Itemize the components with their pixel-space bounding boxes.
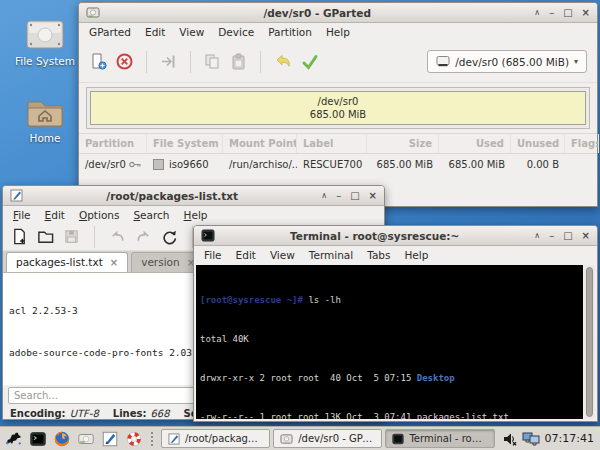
menu-edit[interactable]: Edit: [38, 207, 72, 223]
maximize-button[interactable]: □: [563, 8, 572, 18]
shade-button[interactable]: ∧: [534, 8, 540, 18]
scrollbar-thumb[interactable]: [586, 267, 593, 417]
col-flags[interactable]: Flags: [565, 134, 599, 153]
delete-partition-button[interactable]: [115, 52, 134, 71]
menu-view[interactable]: View: [172, 24, 211, 40]
toolbar-separator: [260, 51, 261, 73]
desktop: File System Home /dev/sr0 - GParted ∧ – …: [0, 0, 600, 450]
taskbar-button-terminal[interactable]: Terminal - root@s...: [385, 429, 494, 448]
taskbar-button-editor[interactable]: /root/packages-lis...: [161, 429, 270, 448]
clock[interactable]: 07:17:41: [545, 432, 594, 445]
reload-button[interactable]: [161, 228, 178, 245]
menu-options[interactable]: Options: [72, 207, 127, 223]
close-button[interactable]: ×: [582, 8, 590, 18]
terminal-screen[interactable]: [root@sysrescue ~]# ls -lh total 40K drw…: [196, 265, 583, 419]
menu-view[interactable]: View: [263, 247, 302, 263]
desktop-icon-home[interactable]: Home: [7, 94, 83, 144]
paste-button[interactable]: [229, 52, 248, 71]
terminal-scrollbar[interactable]: [584, 265, 595, 419]
menu-edit[interactable]: Edit: [138, 24, 172, 40]
gparted-launcher[interactable]: [75, 428, 96, 449]
minimize-button[interactable]: –: [549, 8, 554, 18]
help-launcher[interactable]: [123, 428, 144, 449]
redo-button[interactable]: [135, 228, 152, 245]
menu-tabs[interactable]: Tabs: [360, 247, 397, 263]
menu-gparted[interactable]: GParted: [82, 24, 138, 40]
cell-partition: /dev/sr0: [79, 154, 147, 175]
menu-partition[interactable]: Partition: [261, 24, 319, 40]
gparted-titlebar[interactable]: /dev/sr0 - GParted ∧ – □ ×: [79, 3, 597, 23]
device-drive-icon: [436, 55, 450, 68]
maximize-button[interactable]: □: [563, 231, 572, 241]
col-file-system[interactable]: File System: [147, 134, 223, 153]
terminal-app-icon: [201, 229, 215, 242]
terminal-icon: [29, 430, 47, 448]
col-size[interactable]: Size: [367, 134, 439, 153]
undo-button[interactable]: [109, 228, 126, 245]
partition-visual[interactable]: /dev/sr0 685.00 MiB: [90, 91, 586, 125]
terminal-launcher[interactable]: [27, 428, 48, 449]
volume-muted-icon[interactable]: [502, 431, 518, 447]
window-title: Terminal - root@sysrescue:~: [220, 230, 529, 242]
lifesaver-icon: [125, 430, 143, 448]
maximize-button[interactable]: □: [350, 191, 359, 201]
terminal-line: total 40K: [200, 333, 583, 346]
gparted-app-icon: [86, 6, 100, 19]
new-partition-button[interactable]: [89, 52, 108, 71]
shade-button[interactable]: ∧: [534, 231, 540, 241]
close-button[interactable]: ×: [582, 231, 590, 241]
open-file-button[interactable]: [37, 228, 54, 245]
col-used[interactable]: Used: [439, 134, 511, 153]
col-label[interactable]: Label: [297, 134, 367, 153]
copy-button[interactable]: [203, 52, 222, 71]
tab-packages-list[interactable]: packages-list.txt ×: [6, 252, 128, 272]
menu-help[interactable]: Help: [397, 247, 435, 263]
minimize-button[interactable]: –: [336, 191, 341, 201]
filesystem-color-swatch: [153, 159, 164, 170]
menu-help[interactable]: Help: [319, 24, 357, 40]
device-selector-value: /dev/sr0 (685.00 MiB): [455, 56, 569, 68]
save-button[interactable]: [63, 228, 80, 245]
partition-table-header: Partition File System Mount Point Label …: [79, 133, 597, 154]
taskbar-button-label: /root/packages-lis...: [185, 433, 263, 444]
terminal-line: -rw-r--r-- 1 root root 13K Oct 3 07:41 p…: [200, 411, 583, 419]
menu-terminal[interactable]: Terminal: [302, 247, 360, 263]
cell-used: 685.00 MiB: [439, 154, 511, 175]
new-file-button[interactable]: [11, 228, 28, 245]
close-button[interactable]: ×: [369, 191, 377, 201]
menu-file[interactable]: File: [6, 207, 38, 223]
partition-table-row[interactable]: /dev/sr0 iso9660 /run/archiso/... RESCUE…: [79, 154, 597, 175]
terminal-line: drwxr-xr-x 2 root root 40 Oct 5 07:15 De…: [200, 372, 583, 385]
shade-button[interactable]: ∧: [321, 191, 327, 201]
cell-file-system: iso9660: [147, 154, 223, 175]
menu-device[interactable]: Device: [211, 24, 261, 40]
taskbar-grip[interactable]: [150, 431, 155, 447]
undo-button[interactable]: [273, 52, 293, 71]
device-selector[interactable]: /dev/sr0 (685.00 MiB) ▾: [427, 50, 587, 73]
editor-titlebar[interactable]: /root/packages-list.txt ∧ – □ ×: [3, 186, 384, 206]
drive-icon: [23, 17, 67, 53]
col-mount-point[interactable]: Mount Point: [223, 134, 297, 153]
desktop-icon-file-system[interactable]: File System: [7, 17, 83, 67]
taskbar-button-gparted[interactable]: /dev/sr0 - GParted: [273, 429, 382, 448]
network-icon[interactable]: [522, 431, 540, 446]
firefox-launcher[interactable]: [51, 428, 72, 449]
minimize-button[interactable]: –: [549, 231, 554, 241]
text-editor-launcher[interactable]: [99, 428, 120, 449]
terminal-titlebar[interactable]: Terminal - root@sysrescue:~ ∧ – □ ×: [194, 226, 597, 246]
cell-unused: 0.00 B: [511, 154, 565, 175]
col-partition[interactable]: Partition: [79, 134, 147, 153]
menu-search[interactable]: Search: [126, 207, 176, 223]
tab-close-icon[interactable]: ×: [110, 257, 118, 268]
taskbar-button-label: Terminal - root@s...: [409, 433, 487, 444]
menu-edit[interactable]: Edit: [229, 247, 263, 263]
resize-move-button[interactable]: [159, 52, 178, 71]
apply-button[interactable]: [300, 52, 320, 71]
applications-menu-button[interactable]: [3, 428, 24, 449]
col-unused[interactable]: Unused: [511, 134, 565, 153]
menu-file[interactable]: File: [197, 247, 229, 263]
terminal-icon: [392, 433, 404, 445]
editor-menubar: File Edit Options Search Help: [3, 206, 384, 223]
cell-label: RESCUE700: [297, 154, 367, 175]
menu-help[interactable]: Help: [177, 207, 215, 223]
